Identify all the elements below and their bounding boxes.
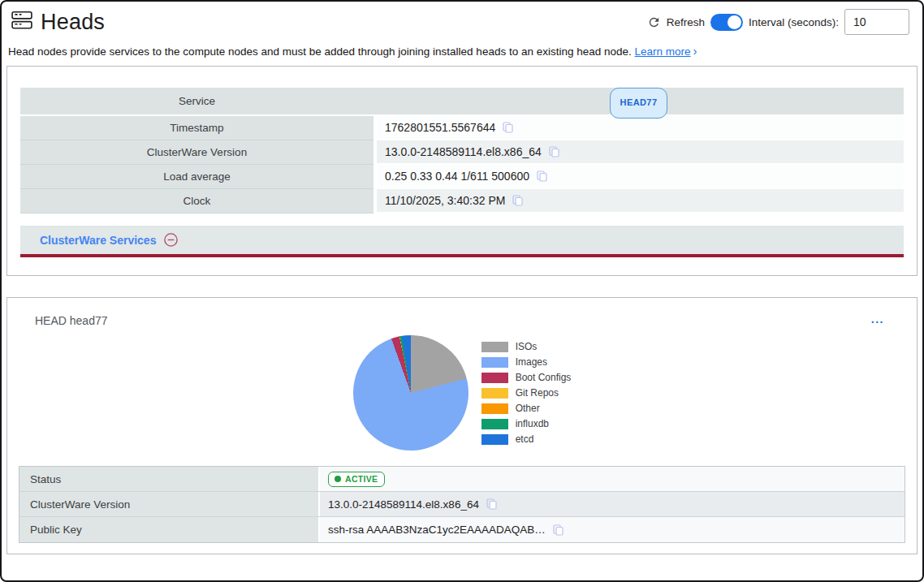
ellipsis-menu[interactable]: ... xyxy=(871,316,884,322)
row-value: 1762801551.5567644 xyxy=(385,121,495,134)
copy-icon[interactable] xyxy=(503,122,513,133)
row-label: Timestamp xyxy=(20,116,373,140)
legend-swatch xyxy=(481,388,508,399)
legend-swatch xyxy=(481,419,508,429)
row-label: Load average xyxy=(20,165,373,189)
service-table-header: Service HEAD77 xyxy=(20,88,904,114)
service-column-header: Service xyxy=(20,88,373,114)
row-label: Status xyxy=(19,467,320,491)
row-label: Public Key xyxy=(19,517,320,542)
row-label: ClusterWare Version xyxy=(19,492,320,516)
legend-label: Images xyxy=(516,356,547,368)
table-row-status: Status ACTIVE xyxy=(19,467,905,492)
legend-label: ISOs xyxy=(516,341,538,352)
legend-swatch xyxy=(481,342,508,352)
table-row-clock: Clock 11/10/2025, 3:40:32 PM xyxy=(20,189,904,213)
legend-label: Boot Configs xyxy=(516,372,572,383)
head-panel: HEAD head77 ... ISOsImagesBoot ConfigsGi… xyxy=(6,297,918,554)
table-row-public-key: Public Key ssh-rsa AAAAB3NzaC1yc2EAAAADA… xyxy=(19,517,905,542)
table-row-clusterware-version: ClusterWare Version 13.0.0-2148589114.el… xyxy=(19,492,905,517)
heads-icon xyxy=(11,11,32,33)
clusterware-services-section: ClusterWare Services xyxy=(20,226,904,257)
row-value: 13.0.0-2148589114.el8.x86_64 xyxy=(328,498,479,511)
top-bar: Heads Refresh Interval (seconds): xyxy=(2,2,922,37)
learn-more-link[interactable]: Learn more xyxy=(635,45,691,58)
legend-item: Other xyxy=(481,403,572,414)
interval-input[interactable] xyxy=(844,9,909,35)
legend-label: etcd xyxy=(516,433,534,445)
row-label: Clock xyxy=(20,189,373,213)
refresh-label: Refresh xyxy=(667,16,705,28)
clusterware-services-link[interactable]: ClusterWare Services xyxy=(40,234,156,247)
legend-label: influxdb xyxy=(516,418,549,429)
pie-chart xyxy=(353,335,468,451)
copy-icon[interactable] xyxy=(486,498,497,510)
service-table: Service HEAD77 Timestamp 1762801551.5567… xyxy=(20,88,904,213)
page-description: Head nodes provide services to the compu… xyxy=(2,37,922,66)
head-panel-title: HEAD head77 xyxy=(19,309,905,327)
table-row-load-average: Load average 0.25 0.33 0.44 1/611 500600 xyxy=(20,165,904,189)
page-title: Heads xyxy=(41,10,105,35)
legend-item: Git Repos xyxy=(481,387,572,399)
legend-swatch xyxy=(481,403,508,414)
legend-item: influxdb xyxy=(481,418,572,429)
copy-icon[interactable] xyxy=(512,195,523,206)
status-text: ACTIVE xyxy=(345,474,378,484)
copy-icon[interactable] xyxy=(537,170,547,182)
row-value: 0.25 0.33 0.44 1/611 500600 xyxy=(385,170,529,183)
toggle-knob xyxy=(728,15,741,29)
legend-swatch xyxy=(481,434,508,445)
interval-label: Interval (seconds): xyxy=(749,16,839,28)
copy-icon[interactable] xyxy=(553,524,563,536)
legend-swatch xyxy=(481,357,508,368)
chevron-right-icon: › xyxy=(693,44,697,58)
legend-item: ISOs xyxy=(481,341,572,352)
status-dot-icon xyxy=(335,476,341,482)
row-label: ClusterWare Version xyxy=(20,140,373,165)
table-row-clusterware-version: ClusterWare Version 13.0.0-2148589114.el… xyxy=(20,140,904,165)
head77-badge[interactable]: HEAD77 xyxy=(610,88,668,119)
copy-icon[interactable] xyxy=(549,146,559,157)
status-badge: ACTIVE xyxy=(328,472,385,487)
legend-item: etcd xyxy=(481,433,572,445)
pie-legend: ISOsImagesBoot ConfigsGit ReposOtherinfl… xyxy=(481,341,572,445)
description-text: Head nodes provide services to the compu… xyxy=(8,45,632,58)
legend-item: Boot Configs xyxy=(481,372,572,383)
row-value: 11/10/2025, 3:40:32 PM xyxy=(385,194,505,207)
legend-item: Images xyxy=(481,356,572,368)
heads-page: { "header": { "title": "Heads", "refresh… xyxy=(0,0,924,582)
row-value: ssh-rsa AAAAB3NzaC1yc2EAAAADAQAB… xyxy=(328,524,546,536)
service-panel: Service HEAD77 Timestamp 1762801551.5567… xyxy=(6,66,918,276)
refresh-icon[interactable] xyxy=(647,15,661,29)
storage-pie-chart: ISOsImagesBoot ConfigsGit ReposOtherinfl… xyxy=(19,329,905,457)
table-row-timestamp: Timestamp 1762801551.5567644 xyxy=(20,116,904,140)
refresh-toggle[interactable] xyxy=(710,14,743,31)
collapse-minus-icon[interactable] xyxy=(163,232,179,248)
row-value: 13.0.0-2148589114.el8.x86_64 xyxy=(385,145,542,158)
legend-label: Git Repos xyxy=(516,387,559,399)
legend-label: Other xyxy=(516,403,540,414)
legend-swatch xyxy=(481,373,508,383)
head-details-table: Status ACTIVE ClusterWare Version 13.0.0… xyxy=(19,466,905,543)
